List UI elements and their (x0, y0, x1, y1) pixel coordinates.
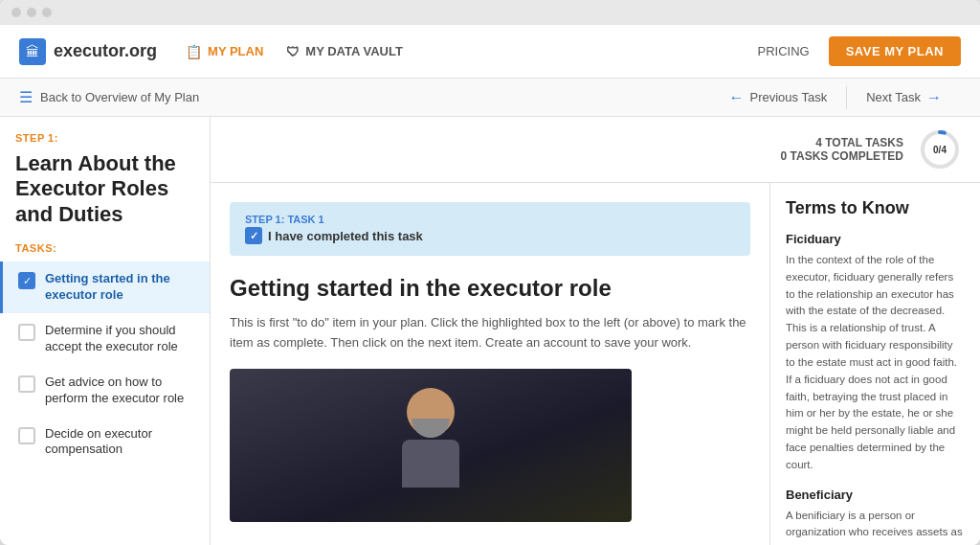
banner-content: STEP 1: TASK 1 ✓ I have completed this t… (245, 214, 423, 244)
task-label-1: Getting started in the executor role (45, 271, 194, 304)
video-figure (388, 388, 474, 503)
task-checkbox-1[interactable]: ✓ (18, 272, 35, 289)
task-item-1[interactable]: ✓ Getting started in the executor role (0, 261, 210, 313)
step-header-bar: 4 TOTAL TASKS 0 TASKS COMPLETED 0/4 (211, 117, 980, 183)
banner-check-icon: ✓ (245, 227, 262, 244)
term-title-1: Ficiduary (786, 232, 965, 246)
banner-check-label[interactable]: I have completed this task (268, 229, 423, 243)
page-content: 🏛 executor.org 📋 MY PLAN 🛡 MY DATA VAULT… (0, 25, 980, 545)
step-main-title: Learn About the Executor Roles and Dutie… (0, 148, 210, 242)
my-plan-icon: 📋 (186, 44, 202, 59)
prev-arrow-icon: ← (728, 89, 744, 106)
progress-circle: 0/4 (919, 128, 961, 170)
previous-task-label: Previous Task (749, 90, 827, 104)
article-body: This is first "to do" item in your plan.… (230, 313, 750, 353)
term-body-1: In the context of the role of the execut… (786, 252, 965, 474)
step-label: STEP 1: (0, 132, 210, 148)
figure-body (402, 440, 459, 488)
right-sidebar: Terms to Know Ficiduary In the context o… (769, 183, 980, 545)
video-person (230, 369, 632, 522)
total-tasks-line: 4 TOTAL TASKS (781, 136, 903, 149)
total-tasks-value: 4 TOTAL TASKS (815, 136, 903, 149)
tasks-label: TASKS: (0, 242, 210, 261)
task-item-3[interactable]: Get advice on how to perform the executo… (0, 365, 210, 417)
nav-right: PRICING SAVE MY PLAN (758, 36, 962, 66)
logo-icon: 🏛 (19, 38, 46, 65)
task-item-2[interactable]: Determine if you should accept the execu… (0, 313, 210, 365)
task-checkbox-2[interactable] (18, 324, 35, 341)
breadcrumb-back[interactable]: ☰ Back to Overview of My Plan (19, 88, 199, 106)
breadcrumb-label: Back to Overview of My Plan (40, 90, 199, 104)
article-heading: Getting started in the executor role (230, 275, 750, 302)
task-label-2: Determine if you should accept the execu… (45, 323, 194, 355)
term-body-2: A benificiary is a person or organizatio… (786, 508, 965, 545)
task-checkbox-3[interactable] (18, 375, 35, 393)
next-arrow-icon: → (926, 89, 942, 106)
content-panel: 4 TOTAL TASKS 0 TASKS COMPLETED 0/4 (211, 117, 980, 545)
task-item-4[interactable]: Decide on executor compensation (0, 417, 210, 468)
browser-chrome (0, 0, 980, 25)
banner-step-label: STEP 1: TASK 1 (245, 214, 423, 225)
browser-dot-yellow (27, 8, 36, 17)
nav-my-plan[interactable]: 📋 MY PLAN (186, 44, 263, 59)
article-area: STEP 1: TASK 1 ✓ I have completed this t… (211, 183, 769, 545)
task-label-3: Get advice on how to perform the executo… (45, 375, 194, 407)
breadcrumb-bar: ☰ Back to Overview of My Plan ← Previous… (0, 79, 980, 117)
terms-heading: Terms to Know (786, 198, 965, 218)
data-vault-icon: 🛡 (286, 44, 300, 59)
term-title-2: Beneficiary (786, 488, 965, 502)
figure-head (407, 388, 455, 436)
nav-data-vault-label: MY DATA VAULT (305, 44, 403, 58)
save-my-plan-button[interactable]: SAVE MY PLAN (829, 36, 961, 66)
sidebar: STEP 1: Learn About the Executor Roles a… (0, 117, 211, 545)
nav-my-plan-label: MY PLAN (208, 44, 263, 58)
banner-check-row: ✓ I have completed this task (245, 227, 423, 244)
browser-dot-green (42, 8, 52, 17)
logo-area: 🏛 executor.org (19, 38, 157, 65)
nav-data-vault[interactable]: 🛡 MY DATA VAULT (286, 44, 403, 59)
browser-dot-red (11, 8, 21, 17)
pricing-link[interactable]: PRICING (758, 44, 810, 58)
task-label-4: Decide on executor compensation (45, 426, 194, 459)
logo-text: executor.org (54, 41, 157, 61)
previous-task-button[interactable]: ← Previous Task (709, 81, 846, 114)
next-task-label: Next Task (866, 90, 921, 104)
task-complete-banner: STEP 1: TASK 1 ✓ I have completed this t… (230, 202, 750, 256)
hamburger-icon: ☰ (19, 88, 33, 106)
next-task-button[interactable]: Next Task → (847, 81, 961, 114)
progress-label: 0/4 (933, 145, 947, 155)
nav-links: 📋 MY PLAN 🛡 MY DATA VAULT (186, 44, 757, 59)
tasks-count: 4 TOTAL TASKS 0 TASKS COMPLETED (781, 136, 903, 163)
completed-tasks-value: 0 TASKS COMPLETED (781, 149, 903, 163)
main-area: STEP 1: Learn About the Executor Roles a… (0, 117, 980, 545)
video-thumbnail[interactable] (230, 369, 632, 522)
breadcrumb-nav: ← Previous Task Next Task → (709, 81, 961, 114)
top-nav: 🏛 executor.org 📋 MY PLAN 🛡 MY DATA VAULT… (0, 25, 980, 79)
task-checkbox-4[interactable] (18, 427, 35, 444)
browser-window: 🏛 executor.org 📋 MY PLAN 🛡 MY DATA VAULT… (0, 0, 980, 545)
tasks-progress: 4 TOTAL TASKS 0 TASKS COMPLETED 0/4 (781, 128, 961, 170)
middle-content: STEP 1: TASK 1 ✓ I have completed this t… (211, 183, 980, 545)
completed-tasks-line: 0 TASKS COMPLETED (781, 149, 903, 163)
